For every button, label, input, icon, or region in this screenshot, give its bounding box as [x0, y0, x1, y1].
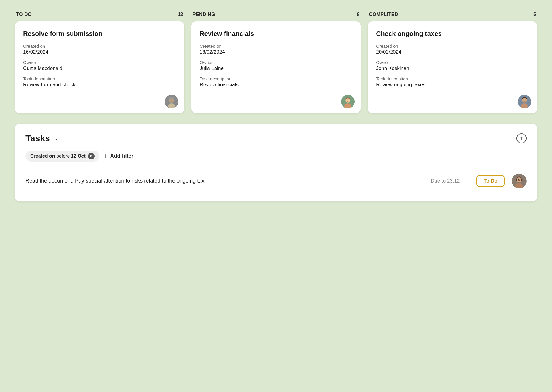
- task-item-due-date: Due to 23.12: [431, 178, 469, 184]
- add-filter-plus-icon: +: [104, 152, 108, 160]
- created-date-todo: 16/02/2024: [23, 49, 176, 55]
- svg-point-6: [169, 97, 174, 99]
- owner-name-pending: Julia Laine: [200, 65, 353, 71]
- filter-label-bold: Created on: [30, 153, 55, 159]
- task-item-avatar: [512, 174, 527, 188]
- close-icon: ✕: [89, 154, 93, 158]
- desc-label-completed: Task description: [376, 76, 529, 81]
- svg-point-5: [172, 99, 172, 100]
- desc-value-completed: Review ongoing taxes: [376, 82, 529, 88]
- svg-point-15: [523, 99, 524, 100]
- column-title-todo: TO DO: [16, 12, 32, 17]
- task-card-pending[interactable]: Review financials Created on 18/02/2024 …: [191, 21, 361, 113]
- column-count-completed: 5: [533, 12, 536, 17]
- add-filter-button[interactable]: + Add filter: [104, 152, 134, 160]
- filter-chip-created-on: Created on before 12 Oct ✕: [25, 151, 99, 162]
- created-label-pending: Created on: [200, 44, 353, 49]
- column-header-todo: TO DO 12: [15, 12, 184, 17]
- tasks-title-group: Tasks ⌄: [25, 133, 58, 143]
- add-task-button[interactable]: +: [516, 133, 527, 143]
- add-filter-label: Add filter: [110, 153, 134, 159]
- created-label-completed: Created on: [376, 44, 529, 49]
- avatar-pending: [341, 95, 355, 108]
- column-count-todo: 12: [178, 12, 183, 17]
- avatar-todo: [165, 95, 178, 108]
- column-header-completed: COMPLITED 5: [368, 12, 537, 17]
- task-list-item: Read the document. Pay special attention…: [25, 170, 527, 192]
- task-item-description: Read the document. Pay special attention…: [25, 177, 424, 185]
- task-card-title-completed: Check ongoing taxes: [376, 30, 529, 38]
- filter-label-rest: before: [55, 153, 71, 159]
- desc-label-todo: Task description: [23, 76, 176, 81]
- desc-value-todo: Review form and check: [23, 82, 176, 88]
- created-label-todo: Created on: [23, 44, 176, 49]
- column-count-pending: 8: [357, 12, 359, 17]
- desc-value-pending: Review financials: [200, 82, 353, 88]
- svg-point-11: [348, 99, 349, 100]
- svg-point-16: [525, 99, 526, 100]
- task-card-title-pending: Review financials: [200, 30, 353, 38]
- desc-label-pending: Task description: [200, 76, 353, 81]
- kanban-column-completed: COMPLITED 5 Check ongoing taxes Created …: [368, 12, 537, 113]
- tasks-panel: Tasks ⌄ + Created on before 12 Oct ✕ + A…: [15, 124, 537, 201]
- task-card-completed[interactable]: Check ongoing taxes Created on 20/02/202…: [368, 21, 537, 113]
- kanban-board: TO DO 12 Resolve form submission Created…: [15, 12, 537, 113]
- tasks-chevron-icon[interactable]: ⌄: [53, 135, 58, 142]
- tasks-panel-title: Tasks: [25, 133, 50, 143]
- kanban-column-pending: PENDING 8 Review financials Created on 1…: [191, 12, 361, 113]
- filter-date-bold: 12 Oct: [71, 153, 86, 159]
- filter-row: Created on before 12 Oct ✕ + Add filter: [25, 151, 527, 162]
- column-title-pending: PENDING: [193, 12, 215, 17]
- created-date-pending: 18/02/2024: [200, 49, 353, 55]
- task-card-title-todo: Resolve form submission: [23, 30, 176, 38]
- kanban-column-todo: TO DO 12 Resolve form submission Created…: [15, 12, 184, 113]
- created-date-completed: 20/02/2024: [376, 49, 529, 55]
- svg-point-4: [170, 99, 171, 100]
- owner-label-todo: Owner: [23, 60, 176, 65]
- svg-point-21: [518, 179, 519, 180]
- column-header-pending: PENDING 8: [191, 12, 361, 17]
- owner-label-completed: Owner: [376, 60, 529, 65]
- task-card-todo[interactable]: Resolve form submission Created on 16/02…: [15, 21, 184, 113]
- column-title-completed: COMPLITED: [369, 12, 398, 17]
- tasks-panel-header: Tasks ⌄ +: [25, 133, 527, 143]
- filter-chip-close-button[interactable]: ✕: [88, 153, 95, 159]
- svg-point-22: [520, 179, 521, 180]
- owner-name-todo: Curtis Macdonald: [23, 65, 176, 71]
- svg-point-10: [347, 99, 347, 100]
- avatar-completed: [518, 95, 531, 108]
- owner-label-pending: Owner: [200, 60, 353, 65]
- add-task-plus-icon: +: [520, 135, 523, 142]
- filter-chip-text: Created on before 12 Oct: [30, 153, 86, 159]
- svg-point-17: [523, 101, 526, 103]
- task-item-status-badge[interactable]: To Do: [476, 175, 505, 187]
- owner-name-completed: John Koskinen: [376, 65, 529, 71]
